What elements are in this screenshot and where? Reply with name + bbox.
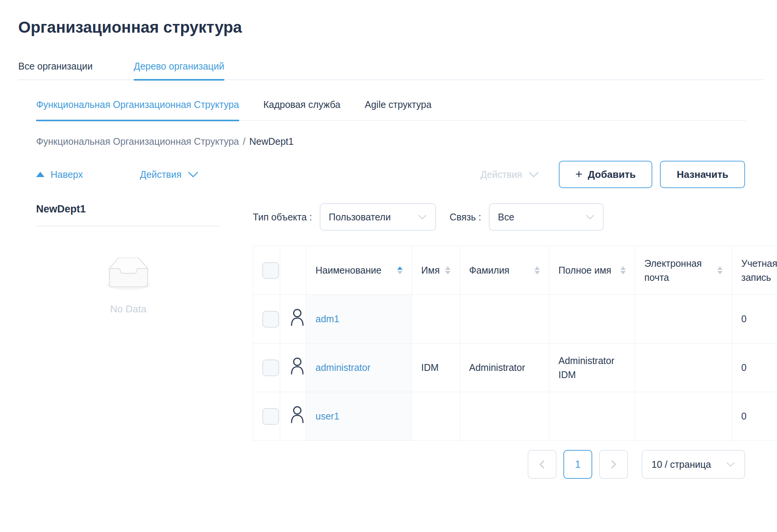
column-label: Фамилия — [469, 263, 509, 277]
tab-all-organizations[interactable]: Все организации — [18, 61, 93, 79]
tree-empty-state: No Data — [36, 258, 220, 315]
object-type-label: Тип объекта : — [253, 212, 312, 223]
select-all-cell — [253, 246, 280, 295]
tab-functional-structure[interactable]: Функциональная Организационная Структура — [36, 99, 239, 120]
actions-dropdown-disabled[interactable]: Действия — [480, 169, 539, 180]
cell-full-name — [549, 392, 635, 441]
table-row: administrator IDM Administrator Administ… — [253, 344, 777, 392]
relation-value: Все — [498, 212, 514, 223]
assign-button-label: Назначить — [677, 169, 728, 180]
user-link[interactable]: administrator — [316, 362, 371, 373]
chevron-left-icon — [539, 460, 545, 469]
chevron-down-icon — [188, 171, 198, 178]
cell-full-name — [549, 295, 635, 344]
column-header-first-name[interactable]: Имя — [412, 246, 460, 295]
row-checkbox[interactable] — [262, 359, 279, 376]
cell-account: 0 — [732, 392, 777, 441]
breadcrumb-current: NewDept1 — [249, 136, 294, 147]
user-icon — [289, 357, 305, 375]
column-label: Полное имя — [558, 263, 611, 277]
relation-label: Связь : — [450, 212, 481, 223]
column-header-email[interactable]: Электронная почта — [635, 246, 732, 295]
sort-icon — [397, 266, 403, 274]
users-table: Наименование Имя Фамилия Полное имя — [253, 246, 777, 441]
column-header-last-name[interactable]: Фамилия — [460, 246, 549, 295]
cell-email — [635, 392, 732, 441]
tab-organization-tree[interactable]: Дерево организаций — [134, 61, 224, 79]
add-button-label: Добавить — [588, 169, 636, 180]
breadcrumb: Функциональная Организационная Структура… — [36, 136, 777, 147]
next-page-button[interactable] — [599, 450, 628, 479]
assign-button[interactable]: Назначить — [660, 161, 745, 188]
user-icon — [289, 405, 305, 424]
cell-account: 0 — [732, 295, 777, 344]
page-size-select[interactable]: 10 / страница — [642, 450, 745, 479]
members-panel: Тип объекта : Пользователи Связь : Все — [253, 203, 777, 479]
filter-bar: Тип объекта : Пользователи Связь : Все — [253, 203, 777, 231]
select-all-checkbox[interactable] — [262, 262, 279, 279]
user-link[interactable]: adm1 — [316, 314, 339, 324]
cell-email — [635, 295, 732, 344]
toolbar: Наверх Действия Действия + Добавить Назн… — [36, 161, 745, 188]
tab-hr-service[interactable]: Кадровая служба — [263, 99, 341, 120]
cell-first-name — [412, 392, 460, 441]
chevron-down-icon — [726, 462, 735, 467]
cell-full-name: Administrator IDM — [549, 344, 635, 392]
table-row: user1 0 — [253, 392, 777, 441]
empty-state-label: No Data — [36, 303, 220, 315]
column-label: Наименование — [316, 263, 381, 277]
cell-account: 0 — [732, 344, 777, 392]
pagination: 1 10 / страница — [253, 450, 745, 479]
tab-agile-structure[interactable]: Agile структура — [365, 99, 432, 120]
breadcrumb-parent[interactable]: Функциональная Организационная Структура — [36, 136, 239, 147]
column-header-name[interactable]: Наименование — [306, 246, 412, 295]
sort-icon — [717, 266, 723, 274]
breadcrumb-separator: / — [243, 136, 246, 147]
chevron-down-icon — [585, 214, 595, 220]
chevron-right-icon — [611, 460, 616, 469]
sub-tab-bar: Функциональная Организационная Структура… — [36, 99, 746, 121]
row-checkbox[interactable] — [262, 311, 279, 328]
go-up-button[interactable]: Наверх — [36, 169, 83, 180]
main-tab-bar: Все организации Дерево организаций — [18, 61, 764, 80]
column-header-full-name[interactable]: Полное имя — [549, 246, 635, 295]
go-up-label: Наверх — [51, 169, 83, 180]
prev-page-button[interactable] — [528, 450, 557, 479]
page-size-value: 10 / страница — [652, 459, 711, 470]
cell-last-name — [460, 392, 549, 441]
cell-last-name: Administrator — [460, 344, 549, 392]
user-icon — [289, 308, 305, 326]
column-header-account: Учетная запись — [732, 246, 777, 295]
icon-column-header — [280, 246, 306, 295]
cell-first-name: IDM — [412, 344, 460, 392]
chevron-down-icon — [528, 171, 539, 178]
column-label: Имя — [421, 263, 440, 277]
cell-last-name — [460, 295, 549, 344]
content-area: NewDept1 No Data Тип объекта : Пользоват… — [0, 203, 777, 479]
add-button[interactable]: + Добавить — [559, 161, 653, 188]
sort-icon — [445, 266, 450, 274]
cell-email — [635, 344, 732, 392]
object-type-select[interactable]: Пользователи — [320, 203, 436, 231]
table-header-row: Наименование Имя Фамилия Полное имя — [253, 246, 777, 295]
chevron-down-icon — [418, 214, 427, 220]
tree-panel: NewDept1 No Data — [36, 203, 220, 315]
actions-dropdown[interactable]: Действия — [140, 169, 198, 180]
page-1-button[interactable]: 1 — [563, 450, 592, 479]
actions-disabled-label: Действия — [480, 169, 522, 180]
relation-select[interactable]: Все — [489, 203, 604, 231]
triangle-up-icon — [36, 172, 44, 177]
actions-label: Действия — [140, 169, 182, 180]
row-checkbox[interactable] — [262, 408, 279, 425]
sort-icon — [620, 266, 626, 274]
sort-icon — [534, 266, 540, 274]
page-title: Организационная структура — [18, 18, 777, 36]
cell-first-name — [412, 295, 460, 344]
column-label: Учетная запись — [741, 258, 777, 282]
user-link[interactable]: user1 — [316, 411, 339, 421]
table-row: adm1 0 — [253, 295, 777, 344]
empty-inbox-icon — [102, 258, 155, 292]
object-type-value: Пользователи — [329, 212, 391, 223]
tree-panel-title: NewDept1 — [36, 203, 220, 226]
column-label: Электронная почта — [644, 256, 714, 284]
